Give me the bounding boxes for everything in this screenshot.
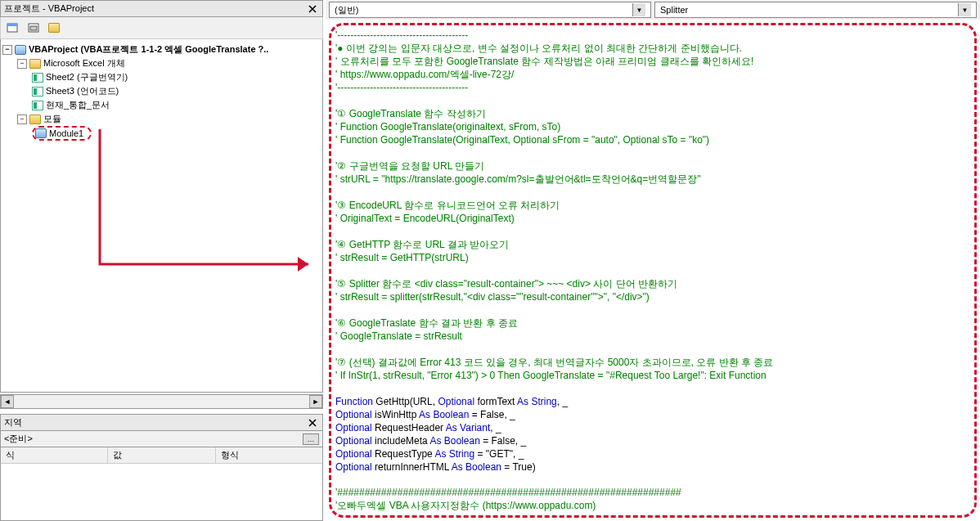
chevron-down-icon[interactable]: ▼ xyxy=(958,3,971,16)
close-icon[interactable] xyxy=(306,3,319,15)
locals-ready-label: <준비> xyxy=(4,433,33,445)
collapse-icon[interactable]: − xyxy=(17,115,27,124)
chevron-down-icon[interactable]: ▼ xyxy=(632,3,645,16)
view-object-button[interactable] xyxy=(25,20,43,36)
excel-objects-folder[interactable]: − Microsoft Excel 개체 xyxy=(2,56,321,70)
workbook-icon xyxy=(32,101,43,110)
project-explorer-title: 프로젝트 - VBAProject xyxy=(0,0,323,17)
sheet-icon xyxy=(32,87,43,97)
locals-col-val[interactable]: 값 xyxy=(108,447,215,463)
folder-icon xyxy=(29,59,41,69)
project-root-label: VBAProject (VBA프로젝트 1-1-2 엑셀 GoogleTrans… xyxy=(29,43,268,56)
project-icon xyxy=(15,45,26,55)
module-icon xyxy=(35,128,47,138)
locals-status-bar: <준비> … xyxy=(0,431,323,447)
collapse-icon[interactable]: − xyxy=(17,59,27,69)
svg-rect-3 xyxy=(30,26,37,30)
locals-title: 지역 xyxy=(0,414,323,431)
locals-col-type[interactable]: 형식 xyxy=(216,447,322,463)
close-icon[interactable] xyxy=(306,417,319,429)
sheet3-item[interactable]: Sheet3 (언어코드) xyxy=(2,84,321,98)
collapse-icon[interactable]: − xyxy=(2,45,12,55)
sheet2-item[interactable]: Sheet2 (구글번역기) xyxy=(2,70,321,84)
scroll-track[interactable] xyxy=(14,395,309,408)
module1-item[interactable]: Module1 xyxy=(32,126,92,141)
sheet-icon xyxy=(32,73,43,83)
thisworkbook-label: 현재_통합_문서 xyxy=(46,99,110,111)
sheet3-label: Sheet3 (언어코드) xyxy=(46,85,119,97)
horizontal-scrollbar[interactable]: ◄ ► xyxy=(0,394,323,409)
sheet2-label: Sheet2 (구글번역기) xyxy=(46,71,128,83)
locals-grid[interactable]: 식 값 형식 xyxy=(0,447,323,521)
view-code-button[interactable] xyxy=(3,20,21,36)
svg-rect-1 xyxy=(7,24,17,26)
scroll-right-icon[interactable]: ► xyxy=(309,395,322,408)
modules-label: 모듈 xyxy=(43,113,61,125)
project-toolbar xyxy=(0,17,323,39)
locals-title-label: 지역 xyxy=(4,416,22,429)
toggle-folders-button[interactable] xyxy=(46,20,64,36)
thisworkbook-item[interactable]: 현재_통합_문서 xyxy=(2,98,321,112)
module1-label: Module1 xyxy=(49,128,83,138)
locals-ellipsis-button[interactable]: … xyxy=(303,433,319,445)
project-root[interactable]: − VBAProject (VBA프로젝트 1-1-2 엑셀 GoogleTra… xyxy=(2,43,321,56)
project-tree[interactable]: − VBAProject (VBA프로젝트 1-1-2 엑셀 GoogleTra… xyxy=(0,39,323,393)
folder-icon xyxy=(29,115,41,124)
locals-col-expr[interactable]: 식 xyxy=(1,447,108,463)
object-combo-value: (일반) xyxy=(335,4,358,16)
scroll-left-icon[interactable]: ◄ xyxy=(1,395,14,408)
modules-folder[interactable]: − 모듈 xyxy=(2,112,321,126)
excel-objects-label: Microsoft Excel 개체 xyxy=(43,57,125,70)
locals-header-row: 식 값 형식 xyxy=(1,447,322,464)
procedure-combo-value: Splitter xyxy=(660,5,688,15)
procedure-combo[interactable]: Splitter ▼ xyxy=(654,2,977,18)
project-explorer-label: 프로젝트 - VBAProject xyxy=(4,2,94,15)
object-combo[interactable]: (일반) ▼ xyxy=(329,2,651,18)
code-editor[interactable]: '---------------------------------------… xyxy=(335,29,970,511)
code-combos: (일반) ▼ Splitter ▼ xyxy=(326,0,980,20)
